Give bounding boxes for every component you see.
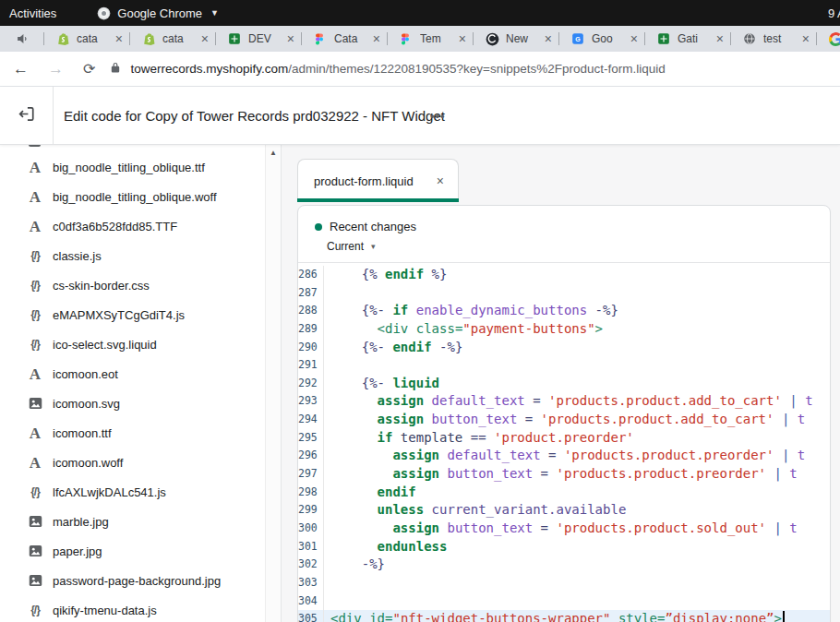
url-text[interactable]: towerrecords.myshopify.com/admin/themes/… <box>130 62 665 76</box>
browser-tab[interactable]: cata× <box>129 26 215 52</box>
close-icon[interactable]: × <box>459 31 466 46</box>
more-options-button[interactable]: ••• <box>430 109 446 123</box>
line-number: 295 <box>298 429 324 448</box>
code-content: assign button_text = 'products.product.p… <box>324 465 830 484</box>
code-content: unless current_variant.available <box>324 501 830 520</box>
code-file-icon: {/} <box>30 279 40 292</box>
browser-tab[interactable]: GGoo× <box>558 26 644 52</box>
file-item[interactable]: Ac0df3a6b528fdd85.TTF <box>0 211 281 241</box>
line-number: 300 <box>298 520 324 538</box>
file-name: icomoon.woff <box>53 456 123 470</box>
code-line: 290 {%- endif -%} <box>298 339 830 357</box>
code-content <box>324 592 830 611</box>
file-item[interactable]: password-page-background.jpg <box>0 566 281 595</box>
file-item[interactable]: {/}lfcAXLwjkDALc541.js <box>0 477 281 507</box>
file-item[interactable]: Abig_noodle_titling_oblique.woff <box>0 182 281 211</box>
editor-card: Recent changes Current ▾ 286 {% endif %}… <box>297 205 831 622</box>
file-item[interactable]: {/}qikify-tmenu-data.js <box>0 595 281 622</box>
browser-tab-title: Cata <box>334 32 370 45</box>
close-icon[interactable]: × <box>201 31 209 46</box>
browser-tab[interactable]: test× <box>730 26 816 52</box>
close-icon[interactable]: × <box>716 31 724 46</box>
file-item[interactable]: Aicomoon.woff <box>0 448 281 477</box>
forward-button[interactable]: → <box>48 60 64 78</box>
code-content: {%- endif -%} <box>324 339 830 357</box>
version-dropdown[interactable]: Current ▾ <box>298 233 830 253</box>
file-item[interactable]: marble.jpg <box>0 507 281 536</box>
code-file-icon: {/} <box>30 249 40 262</box>
file-item[interactable]: {/}ico-select.svg.liquid <box>0 329 281 359</box>
image-file-icon <box>29 574 42 587</box>
code-content: assign default_text = 'products.product.… <box>324 392 830 411</box>
file-item[interactable]: {/}eMAPMXSyTCgGdiT4.js <box>0 300 281 329</box>
browser-tab[interactable]: Tem× <box>387 26 473 52</box>
file-item[interactable]: paper.jpg <box>0 536 281 566</box>
clock: 9 A <box>828 6 840 20</box>
back-button[interactable]: ← <box>13 60 29 78</box>
code-file-icon: {/} <box>30 604 40 616</box>
file-item[interactable]: Aicomoon.eot <box>0 359 281 389</box>
file-name: icomoon.ttf <box>53 426 112 440</box>
browser-tab[interactable]: Cata× <box>301 26 387 52</box>
recent-changes-label: Recent changes <box>330 220 416 233</box>
code-content <box>324 356 830 375</box>
reload-button[interactable]: ⟳ <box>83 60 95 78</box>
file-sidebar: Abig_noodle_titling_oblique.ttfAbig_nood… <box>0 144 282 622</box>
browser-tab[interactable]: cata× <box>43 26 129 52</box>
file-item[interactable]: Abig_noodle_titling_oblique.ttf <box>0 152 281 182</box>
font-file-icon: A <box>30 455 41 471</box>
line-number: 290 <box>298 339 324 357</box>
file-item[interactable]: Aicomoon.ttf <box>0 418 281 448</box>
code-content: assign default_text = 'products.product.… <box>324 447 830 465</box>
line-number: 291 <box>298 356 324 375</box>
browser-tab[interactable] <box>816 26 840 52</box>
lock-icon[interactable] <box>110 61 121 78</box>
close-icon[interactable]: × <box>630 31 638 46</box>
close-icon[interactable]: × <box>802 31 810 46</box>
close-icon[interactable]: × <box>287 31 294 46</box>
close-icon[interactable]: × <box>545 31 552 46</box>
line-number: 289 <box>298 320 324 339</box>
browser-tab-title: Tem <box>420 32 456 45</box>
chrome-icon <box>97 6 111 20</box>
line-number: 297 <box>298 465 324 484</box>
activities-button[interactable]: Activities <box>9 6 56 20</box>
speaker-icon <box>0 26 43 52</box>
code-editor[interactable]: 286 {% endif %}287288 {%- if enable_dyna… <box>298 262 830 622</box>
sidebar-scrollbar[interactable]: ▲ <box>265 144 281 622</box>
file-name: password-page-background.jpg <box>53 574 221 588</box>
browser-tab-title: Gati <box>678 32 714 45</box>
code-line: 299 unless current_variant.available <box>298 501 830 520</box>
close-icon[interactable]: × <box>373 31 380 46</box>
image-file-icon <box>29 515 42 528</box>
line-number: 299 <box>298 501 324 520</box>
active-tab-underline <box>297 198 459 202</box>
file-item[interactable]: {/}classie.js <box>0 241 281 270</box>
code-file-icon: {/} <box>30 338 40 351</box>
app-menu-label: Google Chrome <box>117 6 202 20</box>
close-icon[interactable]: × <box>437 173 444 188</box>
code-content: assign button_text = 'products.product.s… <box>324 520 830 538</box>
page-header: Edit code for Copy of Tower Records prd0… <box>0 87 840 145</box>
file-name: classie.js <box>53 249 102 263</box>
code-content: {%- liquid <box>324 375 830 393</box>
file-item[interactable]: {/}cs-skin-border.css <box>0 270 281 300</box>
file-name: big_noodle_titling_oblique.woff <box>53 190 217 204</box>
google-icon <box>829 32 840 46</box>
editor-tab-label: product-form.liquid <box>298 174 414 188</box>
file-item[interactable]: icomoon.svg <box>0 389 281 418</box>
browser-tab-title: cata <box>162 32 198 45</box>
code-line: 291 <box>298 356 830 375</box>
browser-tab[interactable]: DEV× <box>215 26 301 52</box>
line-number: 287 <box>298 284 324 303</box>
close-icon[interactable]: × <box>115 31 123 46</box>
browser-tab[interactable]: Gati× <box>644 26 730 52</box>
editor-file-tab[interactable]: product-form.liquid × <box>297 159 459 202</box>
exit-editor-button[interactable] <box>0 87 54 144</box>
font-file-icon: A <box>30 189 41 205</box>
app-menu-button[interactable]: Google Chrome ▼ <box>97 6 219 20</box>
code-line: 295 if template == 'product.preorder' <box>298 429 830 448</box>
caret-down-icon: ▼ <box>210 8 219 18</box>
scroll-up-icon[interactable]: ▲ <box>266 149 281 157</box>
browser-tab[interactable]: New× <box>473 26 558 52</box>
